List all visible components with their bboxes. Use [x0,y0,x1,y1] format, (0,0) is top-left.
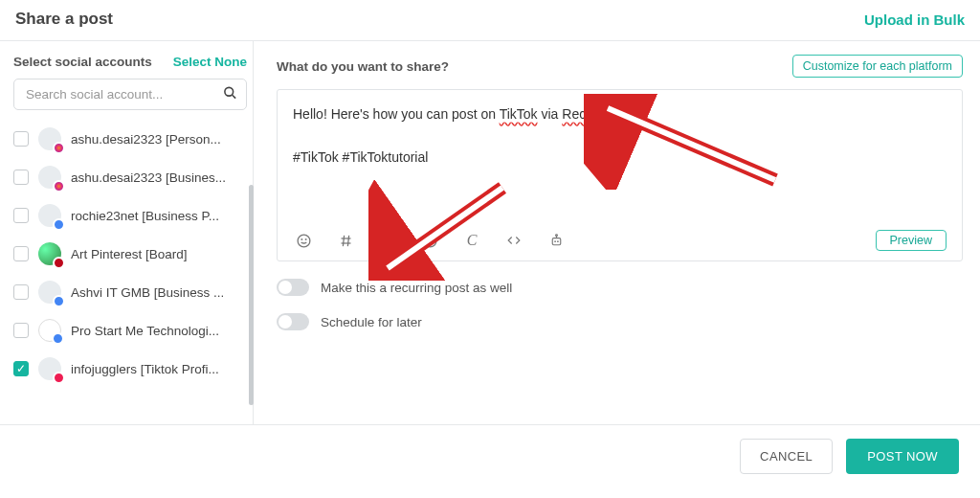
editor-line: #TikTok #TikToktutorial [293,149,428,165]
checkbox[interactable] [13,208,29,223]
canva-icon[interactable]: C [461,230,482,251]
svg-point-14 [557,240,559,242]
recurring-toggle[interactable] [277,279,309,296]
search-icon [223,85,237,103]
account-name: infojugglers [Tiktok Profi... [71,362,219,376]
hashtag-icon[interactable] [335,230,356,251]
schedule-toggle[interactable] [277,313,309,330]
account-name: ashu.desai2323 [Person... [71,132,221,147]
checkbox[interactable] [13,284,29,300]
post-editor[interactable]: Hello! Here's how you can post on TikTok… [277,89,963,261]
checkbox[interactable] [13,246,29,261]
svg-line-8 [347,235,348,245]
checkbox[interactable] [13,131,29,147]
account-item[interactable]: Ashvi IT GMB [Business ... [13,273,247,311]
account-list: ashu.desai2323 [Person... ashu.desai2323… [13,120,247,388]
search-wrap [13,79,247,110]
body: Select social accounts Select None ashu.… [0,41,980,424]
avatar [38,319,61,342]
main: What do you want to share? Customize for… [254,41,980,424]
svg-point-2 [298,235,310,247]
avatar [38,242,61,265]
spellcheck-word: TikTok [500,106,538,122]
main-header: What do you want to share? Customize for… [277,55,963,78]
preview-button[interactable]: Preview [876,230,947,251]
schedule-label: Schedule for later [321,315,422,329]
account-item[interactable]: Art Pinterest [Board] [13,235,247,273]
svg-point-13 [554,240,556,242]
ai-icon[interactable] [546,230,567,251]
avatar [38,166,61,189]
svg-rect-9 [382,236,393,246]
schedule-row: Schedule for later [277,313,963,330]
checkbox[interactable]: ✓ [13,361,29,376]
svg-point-0 [225,87,234,96]
header: Share a post Upload in Bulk [0,0,980,41]
svg-point-3 [301,238,302,239]
code-icon[interactable] [503,230,524,251]
sidebar: Select social accounts Select None ashu.… [0,41,254,424]
account-item[interactable]: Pro Start Me Technologi... [13,311,247,350]
account-name: Art Pinterest [Board] [71,247,188,261]
emoji-icon[interactable] [293,230,314,251]
post-textarea[interactable]: Hello! Here's how you can post on TikTok… [293,103,947,218]
account-name: Ashvi IT GMB [Business ... [71,285,224,300]
editor-toolbar: C Preview [293,218,947,251]
footer: CANCEL POST NOW [0,424,980,487]
image-icon[interactable] [377,230,398,251]
account-item[interactable]: rochie23net [Business P... [13,196,247,235]
sidebar-header: Select social accounts Select None [13,55,247,69]
account-item[interactable]: ashu.desai2323 [Person... [13,120,247,158]
cancel-button[interactable]: CANCEL [740,439,833,474]
avatar [38,281,61,304]
recurring-row: Make this a recurring post as well [277,279,963,296]
editor-line: Hello! Here's how you can post on TikTok… [293,106,627,122]
spellcheck-word: Recurpost. [562,106,627,122]
svg-line-7 [343,235,344,245]
page-title: Share a post [15,10,113,29]
text-frag: Hello! Here's how you can post on [293,106,500,122]
text-frag: via [538,106,563,122]
post-now-button[interactable]: POST NOW [846,439,959,474]
svg-point-4 [305,238,306,239]
avatar [38,357,61,380]
svg-line-1 [233,95,235,98]
search-input[interactable] [13,79,247,110]
account-item[interactable]: ✓ infojugglers [Tiktok Profi... [13,350,247,388]
select-none-link[interactable]: Select None [173,55,247,69]
account-name: rochie23net [Business P... [71,209,219,223]
sidebar-title: Select social accounts [13,55,152,69]
account-name: ashu.desai2323 [Busines... [71,170,226,185]
account-item[interactable]: ashu.desai2323 [Busines... [13,158,247,196]
svg-rect-12 [552,238,561,244]
video-icon[interactable] [419,230,440,251]
compose-prompt: What do you want to share? [277,59,449,74]
recurring-label: Make this a recurring post as well [321,281,512,295]
checkbox[interactable] [13,323,29,338]
avatar [38,127,61,150]
upload-bulk-link[interactable]: Upload in Bulk [864,11,965,28]
checkbox[interactable] [13,170,29,185]
avatar [38,204,61,227]
customize-button[interactable]: Customize for each platform [792,55,963,78]
account-name: Pro Start Me Technologi... [71,324,219,338]
